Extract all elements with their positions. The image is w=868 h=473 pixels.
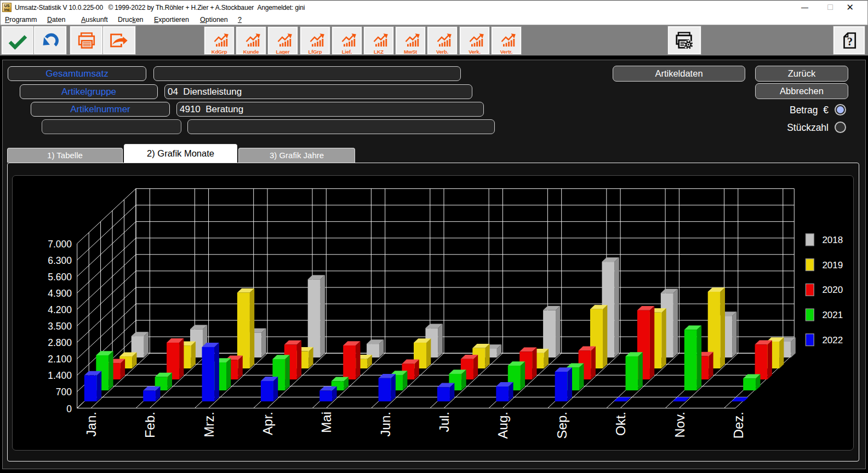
- svg-text:Sep.: Sep.: [555, 412, 569, 439]
- svg-text:Jul.: Jul.: [437, 412, 452, 432]
- svg-text:Okt.: Okt.: [613, 412, 628, 436]
- svg-text:2018: 2018: [822, 235, 843, 245]
- svg-text:Aug.: Aug.: [495, 412, 510, 439]
- svg-text:Nov.: Nov.: [672, 412, 687, 438]
- svg-text:Mai: Mai: [319, 412, 334, 433]
- svg-text:Jan.: Jan.: [84, 412, 99, 436]
- svg-text:2021: 2021: [822, 310, 843, 320]
- svg-text:4.200: 4.200: [48, 304, 72, 315]
- svg-text:Apr.: Apr.: [260, 412, 275, 435]
- svg-text:1.400: 1.400: [48, 370, 72, 381]
- svg-text:2.800: 2.800: [48, 337, 72, 348]
- svg-text:2020: 2020: [822, 285, 843, 295]
- svg-text:Feb.: Feb.: [142, 412, 157, 438]
- svg-text:Dez.: Dez.: [731, 412, 746, 439]
- svg-text:0: 0: [66, 403, 72, 414]
- svg-text:4.900: 4.900: [48, 288, 72, 299]
- svg-text:2019: 2019: [822, 260, 843, 270]
- svg-text:Mrz.: Mrz.: [202, 412, 216, 437]
- svg-text:700: 700: [56, 387, 72, 397]
- svg-text:2022: 2022: [822, 335, 843, 345]
- svg-text:3.500: 3.500: [48, 321, 72, 332]
- svg-text:6.300: 6.300: [48, 255, 72, 266]
- svg-text:5.600: 5.600: [48, 272, 72, 282]
- svg-text:7.000: 7.000: [48, 239, 72, 250]
- svg-text:Jun.: Jun.: [378, 412, 393, 436]
- svg-text:2.100: 2.100: [48, 354, 72, 365]
